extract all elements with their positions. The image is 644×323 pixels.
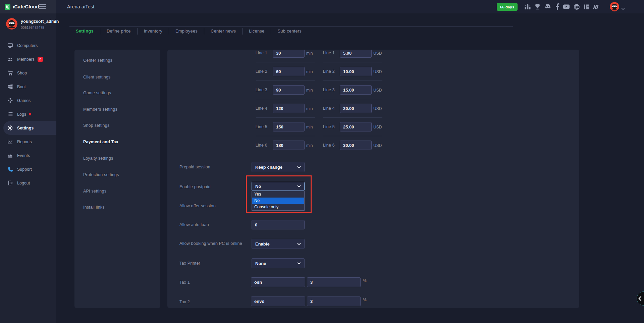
brand-area: iCafeCloud <box>0 0 56 13</box>
sidebar-item-label: Events <box>17 153 30 158</box>
dropdown-option-no[interactable]: No <box>252 198 304 204</box>
top-header: iCafeCloud Arena aiTest 66 days <box>0 0 644 13</box>
members-count-badge: 2 <box>38 57 43 62</box>
crown-icon <box>7 153 13 158</box>
sidebar-item-shop[interactable]: Shop <box>0 66 56 80</box>
sidebar-item-logout[interactable]: Logout <box>0 176 56 190</box>
tab-employees[interactable]: Employees <box>169 28 204 35</box>
phone-icon <box>7 166 13 172</box>
tax2-name-input[interactable] <box>251 297 305 306</box>
ranking-icon[interactable] <box>524 3 531 10</box>
content-area: Settings Define price Inventory Employee… <box>56 13 644 323</box>
menu-item-protection-settings[interactable]: Protection settings <box>83 172 119 177</box>
line5-usd-suffix: USD <box>373 125 382 129</box>
chevron-down-icon <box>297 166 301 168</box>
menu-item-client-settings[interactable]: Client settings <box>83 75 111 79</box>
line6-min-label: Line 6 <box>245 143 267 148</box>
menu-item-install-links[interactable]: Install links <box>83 205 105 210</box>
tab-inventory[interactable]: Inventory <box>137 28 169 35</box>
page-title: Arena aiTest <box>67 0 94 13</box>
sidebar-item-members[interactable]: Members 2 <box>0 52 56 66</box>
menu-item-loyalty-settings[interactable]: Loyalty settings <box>83 156 113 161</box>
line6-usd-input[interactable] <box>340 141 372 150</box>
line1-usd-suffix: USD <box>373 51 382 56</box>
line3-min-suffix: min <box>306 88 313 93</box>
tax-printer-select[interactable]: None <box>252 258 305 268</box>
menu-item-payment-and-tax[interactable]: Payment and Tax <box>83 140 118 144</box>
sidebar-user-block[interactable]: youngzsoft_admin 005193482475 <box>0 17 56 34</box>
tax1-name-input[interactable] <box>251 277 305 287</box>
sidebar-item-label: Computers <box>17 43 38 48</box>
tab-settings[interactable]: Settings <box>69 28 100 35</box>
sidebar-item-label: Shop <box>17 71 27 75</box>
sidebar-item-support[interactable]: Support <box>0 162 56 176</box>
sidebar-item-boot[interactable]: Boot <box>0 80 56 94</box>
tax1-rate-input[interactable] <box>307 277 361 287</box>
line6-min-input[interactable] <box>273 141 305 150</box>
sidebar-item-settings[interactable]: Settings <box>3 121 56 135</box>
allow-booking-label: Allow booking when PC is online <box>179 241 242 246</box>
sidebar-item-label: Logout <box>17 181 30 185</box>
prepaid-session-select[interactable]: Keep change <box>252 162 305 172</box>
menu-item-members-settings[interactable]: Members settings <box>83 107 117 112</box>
menu-item-center-settings[interactable]: Center settings <box>83 58 112 63</box>
sidebar-toggle-button[interactable] <box>39 4 46 9</box>
line3-min-input[interactable] <box>273 85 305 95</box>
youtube-icon[interactable] <box>562 3 570 10</box>
logs-icon <box>7 111 13 117</box>
facebook-icon[interactable] <box>554 3 561 10</box>
sidebar-item-label: Boot <box>17 85 26 89</box>
enable-postpaid-label: Enable postpaid <box>179 184 211 189</box>
line1-usd-input[interactable] <box>340 50 372 58</box>
line2-min-input[interactable] <box>273 67 305 76</box>
line4-min-suffix: min <box>306 106 313 111</box>
line3-usd-input[interactable] <box>340 85 372 95</box>
sidebar-nav: Computers Members 2 Shop Boot Games L <box>0 39 56 190</box>
sidebar-item-label: Support <box>17 167 32 172</box>
cart-icon <box>7 70 13 76</box>
tab-define-price[interactable]: Define price <box>100 28 137 35</box>
license-days-badge[interactable]: 66 days <box>497 3 518 11</box>
enable-postpaid-select[interactable]: No <box>252 182 305 191</box>
chevron-left-icon <box>638 296 642 301</box>
chevron-down-icon[interactable] <box>621 5 625 11</box>
globe-icon[interactable] <box>573 3 580 10</box>
menu-item-api-settings[interactable]: API settings <box>83 189 106 194</box>
trophy-icon[interactable] <box>534 3 541 10</box>
dropdown-option-yes[interactable]: Yes <box>252 191 304 198</box>
line2-min-suffix: min <box>306 69 313 74</box>
sidebar-item-events[interactable]: Events <box>0 149 56 162</box>
line4-min-input[interactable] <box>273 104 305 113</box>
menu-item-shop-settings[interactable]: Shop settings <box>83 123 109 128</box>
line1-min-input[interactable] <box>273 50 305 58</box>
user-avatar-button[interactable] <box>610 2 619 11</box>
discord-icon[interactable] <box>544 3 551 10</box>
tax1-percent-suffix: % <box>363 278 367 283</box>
sidebar-item-computers[interactable]: Computers <box>0 39 56 52</box>
menu-item-game-settings[interactable]: Game settings <box>83 91 111 95</box>
sidebar-item-reports[interactable]: Reports <box>0 135 56 149</box>
tab-sub-centers[interactable]: Sub centers <box>271 28 308 35</box>
prepaid-session-label: Prepaid session <box>179 165 210 169</box>
members-icon <box>7 56 13 62</box>
sidebar-item-logs[interactable]: Logs <box>0 107 56 121</box>
games-icon <box>7 98 13 103</box>
line4-usd-input[interactable] <box>340 104 372 113</box>
user-avatar <box>6 18 17 30</box>
tax2-rate-input[interactable] <box>307 297 361 306</box>
logs-alert-dot <box>29 113 31 115</box>
enable-postpaid-dropdown: Yes No Console only <box>252 191 305 211</box>
icafecloud-app-icon[interactable] <box>583 3 590 10</box>
sidebar-item-games[interactable]: Games <box>0 94 56 107</box>
line5-min-label: Line 5 <box>245 124 267 129</box>
tab-license[interactable]: License <box>242 28 271 35</box>
allow-booking-select[interactable]: Enable <box>252 239 305 249</box>
allow-auto-loan-input[interactable] <box>252 220 305 229</box>
line5-usd-input[interactable] <box>340 122 372 131</box>
dropdown-option-console-only[interactable]: Console only <box>252 204 304 210</box>
tab-center-news[interactable]: Center news <box>204 28 242 35</box>
line2-usd-input[interactable] <box>340 67 372 76</box>
line5-min-input[interactable] <box>273 122 305 131</box>
line2-usd-label: Line 2 <box>315 69 335 74</box>
layers-icon[interactable] <box>593 3 600 10</box>
